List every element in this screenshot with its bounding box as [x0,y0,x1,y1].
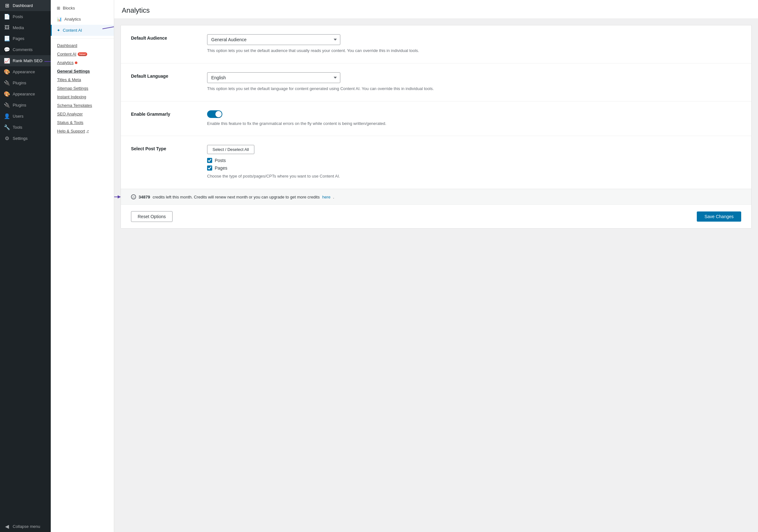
credits-upgrade-link[interactable]: here [322,195,330,199]
post-type-control: Select / Deselect All Posts Pages Choose… [207,145,741,180]
sidebar-item-dashboard[interactable]: ⊞ Dashboard [0,0,51,11]
post-type-description: Choose the type of posts/pages/CPTs wher… [207,173,741,180]
sidebar-item-comments[interactable]: 💬 Comments [0,44,51,55]
sidebar-item-plugins[interactable]: 🔌 Plugins [0,77,51,88]
posts-icon: 📄 [4,14,10,20]
sidebar-item-pages[interactable]: 📃 Pages [0,33,51,44]
content-ai-icon: ✦ [57,28,60,33]
grammarly-section: Enable Grammarly Enable this feature to … [121,101,751,136]
rm-menu-seo-analyzer[interactable]: SEO Analyzer [51,110,114,118]
rank-math-submenu: ⊞ Blocks 📊 Analytics ✦ Content AI 2 [51,0,114,532]
collapse-icon: ◀ [4,523,10,529]
post-type-section: Select Post Type Select / Deselect All P… [121,136,751,189]
credits-count: 34879 [139,195,150,199]
users-icon: 👤 [4,113,10,119]
default-audience-description: This option lets you set the default aud… [207,48,741,54]
content-area: Analytics Default Audience General Audie… [114,0,758,532]
page-title: Analytics [122,6,750,15]
default-language-control: English Spanish French This option lets … [207,72,741,92]
sidebar-item-media[interactable]: 🖼 Media [0,22,51,33]
default-audience-section: Default Audience General Audience Techni… [121,25,751,63]
comments-icon: 💬 [4,47,10,52]
rm-menu-help-support[interactable]: Help & Support ↗ [51,127,114,135]
rank-math-icon: 📈 [4,58,10,64]
appearance-icon: 🎨 [4,69,10,75]
pages-checkbox-label: Pages [215,165,227,171]
credits-message-prefix: credits left this month. Credits will re… [153,195,320,199]
sidebar-item-collapse[interactable]: ◀ Collapse menu [0,521,51,532]
posts-checkbox-item: Posts [207,158,741,163]
tools-icon: 🔧 [4,124,10,130]
default-language-label: Default Language [131,72,194,79]
settings-footer: Reset Options Save Changes [121,205,751,228]
page-header: Analytics [114,0,758,19]
sidebar-item-appearance[interactable]: 🎨 Appearance [0,66,51,77]
select-deselect-all-button[interactable]: Select / Deselect All [207,145,254,154]
rm-menu-general-settings[interactable]: General Settings [51,67,114,76]
admin-sidebar: ⊞ Dashboard 📄 Posts 🖼 Media 📃 Pages 💬 Co… [0,0,51,532]
posts-checkbox[interactable] [207,158,212,163]
default-audience-label: Default Audience [131,34,194,41]
grammarly-control: Enable this feature to fix the grammatic… [207,110,741,127]
default-language-select[interactable]: English Spanish French [207,72,340,83]
submenu-item-content-ai[interactable]: ✦ Content AI 2 [51,25,114,36]
rm-menu-instant-indexing[interactable]: Instant Indexing [51,93,114,101]
sidebar-item-settings[interactable]: ⚙ Settings [0,133,51,144]
rm-menu-sitemap[interactable]: Sitemap Settings [51,84,114,93]
plugins2-icon: 🔌 [4,102,10,108]
default-audience-control: General Audience Technical Beginner Expe… [207,34,741,54]
grammarly-description: Enable this feature to fix the grammatic… [207,120,741,127]
media-icon: 🖼 [4,25,10,30]
appearance2-icon: 🎨 [4,91,10,97]
grammarly-toggle[interactable] [207,110,222,118]
post-type-label: Select Post Type [131,145,194,151]
blocks-icon: ⊞ [57,6,60,11]
default-language-section: Default Language English Spanish French … [121,63,751,101]
dashboard-icon: ⊞ [4,3,10,9]
settings-icon: ⚙ [4,135,10,141]
default-audience-select[interactable]: General Audience Technical Beginner Expe… [207,34,340,45]
submenu-item-analytics[interactable]: 📊 Analytics [51,14,114,25]
sidebar-item-users[interactable]: 👤 Users [0,111,51,122]
credits-bar: 3 ○ 34879 credits left this month. Credi… [121,189,751,205]
default-language-description: This option lets you set the default lan… [207,85,741,92]
analytics-dot [75,61,77,64]
pages-checkbox-item: Pages [207,165,741,171]
pages-checkbox[interactable] [207,165,212,171]
external-link-icon: ↗ [86,129,89,133]
reset-options-button[interactable]: Reset Options [131,211,173,222]
toggle-knob [215,111,222,117]
page-wrapper: ⊞ Blocks 📊 Analytics ✦ Content AI 2 [51,0,758,532]
rm-menu-dashboard[interactable]: Dashboard [51,41,114,50]
svg-marker-5 [118,195,121,198]
rm-menu-content-ai[interactable]: Content AI New! [51,50,114,58]
sidebar-item-plugins2[interactable]: 🔌 Plugins [0,100,51,111]
rm-menu-titles-meta[interactable]: Titles & Meta [51,76,114,84]
svg-line-2 [102,26,114,29]
pages-icon: 📃 [4,36,10,42]
new-badge: New! [78,52,87,56]
posts-checkbox-label: Posts [215,158,226,163]
analytics-chart-icon: 📊 [57,17,62,21]
rm-menu-analytics[interactable]: Analytics [51,58,114,67]
sidebar-item-tools[interactable]: 🔧 Tools [0,122,51,133]
credit-icon: ○ [131,194,136,199]
save-changes-button[interactable]: Save Changes [697,212,741,222]
grammarly-label: Enable Grammarly [131,110,194,117]
sidebar-item-appearance2[interactable]: 🎨 Appearance [0,88,51,100]
submenu-item-blocks[interactable]: ⊞ Blocks [51,3,114,14]
plugins-icon: 🔌 [4,80,10,86]
rm-menu-schema-templates[interactable]: Schema Templates [51,101,114,110]
sidebar-item-rank-math[interactable]: 📈 Rank Math SEO 1 [0,55,51,66]
rm-menu-status-tools[interactable]: Status & Tools [51,118,114,127]
sidebar-item-posts[interactable]: 📄 Posts [0,11,51,22]
